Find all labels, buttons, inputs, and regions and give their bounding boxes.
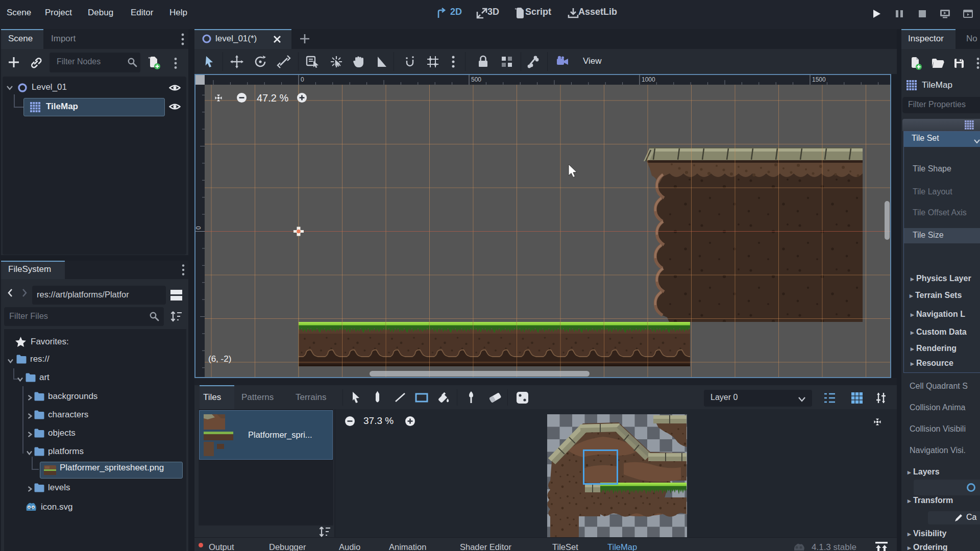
svg-text:0: 0 xyxy=(195,226,202,230)
svg-text:0: 0 xyxy=(301,76,304,83)
svg-text:1500: 1500 xyxy=(812,76,826,83)
svg-text:1000: 1000 xyxy=(642,76,655,83)
svg-text:500: 500 xyxy=(471,76,481,83)
